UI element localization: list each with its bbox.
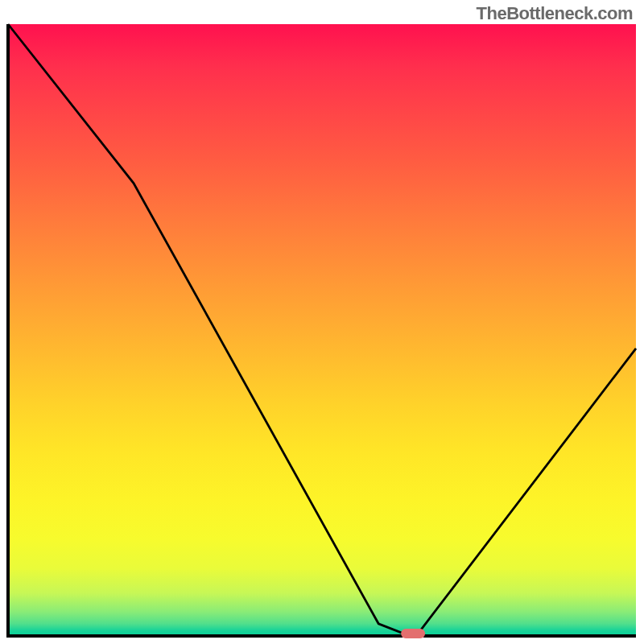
- plot-gradient-background: [8, 24, 636, 636]
- watermark-text: TheBottleneck.com: [477, 3, 633, 24]
